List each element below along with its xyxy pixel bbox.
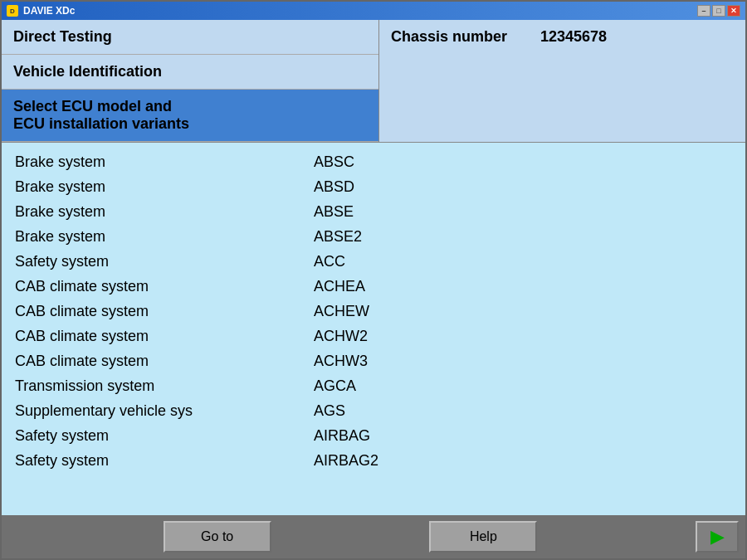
header-right: Chassis number 12345678 [379,20,745,142]
list-item[interactable]: Supplementary vehicle sysAGS [15,398,732,423]
minimize-button[interactable]: – [697,5,710,17]
vehicle-identification-label: Vehicle Identification [2,55,378,90]
list-item-code: AGCA [314,377,732,395]
list-item-system: CAB climate system [15,353,314,370]
list-item[interactable]: CAB climate systemACHEA [15,274,732,299]
list-item-code: AIRBAG2 [314,452,732,470]
list-container: Brake systemABSCBrake systemABSDBrake sy… [2,143,745,515]
list-item-system: Brake system [15,178,314,196]
list-item-system: Brake system [15,153,314,171]
bottom-toolbar: Go to Help ▶ [2,515,745,558]
list-item-code: ACHEW [314,303,732,320]
list-item-code: ABSE2 [314,228,732,246]
maximize-button[interactable]: □ [712,5,725,17]
main-window: D DAVIE XDc – □ ✕ Direct Testing Vehicle… [0,0,747,560]
list-item-system: Brake system [15,228,314,246]
select-ecu-label[interactable]: Select ECU model and ECU installation va… [2,90,378,142]
list-item-code: ACHEA [314,278,732,295]
app-icon: D [7,5,18,17]
list-item-system: Safety system [15,427,314,445]
chassis-number-label: Chassis number [391,28,507,46]
list-item-code: ACHW2 [314,328,732,345]
chassis-number-value: 12345678 [540,28,607,46]
list-item[interactable]: CAB climate systemACHEW [15,299,732,324]
list-item[interactable]: Brake systemABSD [15,174,732,199]
list-item-system: CAB climate system [15,303,314,320]
list-item-system: CAB climate system [15,328,314,345]
header-section: Direct Testing Vehicle Identification Se… [2,20,745,143]
play-icon: ▶ [710,526,725,548]
close-button[interactable]: ✕ [727,5,740,17]
list-item-code: ABSC [314,153,732,171]
goto-button[interactable]: Go to [164,521,271,553]
list-item[interactable]: Safety systemACC [15,249,732,274]
list-item-system: Safety system [15,452,314,470]
title-bar-left: D DAVIE XDc [7,5,75,17]
list-item-system: CAB climate system [15,278,314,295]
list-item[interactable]: CAB climate systemACHW2 [15,324,732,348]
main-area: Brake systemABSCBrake systemABSDBrake sy… [2,143,745,515]
header-left: Direct Testing Vehicle Identification Se… [2,20,379,142]
list-item-code: ACC [314,253,732,270]
next-button[interactable]: ▶ [696,521,739,553]
help-button[interactable]: Help [429,521,537,553]
title-bar: D DAVIE XDc – □ ✕ [2,2,745,20]
list-item-code: ABSD [314,178,732,196]
list-item-code: ACHW3 [314,353,732,370]
list-item-system: Brake system [15,203,314,221]
title-controls: – □ ✕ [697,5,740,17]
list-item-system: Supplementary vehicle sys [15,402,314,420]
list-item[interactable]: Brake systemABSC [15,149,732,174]
list-item[interactable]: CAB climate systemACHW3 [15,348,732,373]
list-item-code: AGS [314,402,732,420]
list-item-system: Safety system [15,253,314,270]
list-item-system: Transmission system [15,377,314,395]
list-item-code: ABSE [314,203,732,221]
list-item[interactable]: Safety systemAIRBAG [15,423,732,448]
ecu-list[interactable]: Brake systemABSCBrake systemABSDBrake sy… [2,143,745,515]
window-title: DAVIE XDc [23,5,75,17]
direct-testing-label: Direct Testing [2,20,378,55]
list-item[interactable]: Brake systemABSE2 [15,224,732,249]
list-item[interactable]: Brake systemABSE [15,199,732,224]
list-item[interactable]: Transmission systemAGCA [15,373,732,398]
list-item[interactable]: Safety systemAIRBAG2 [15,448,732,473]
list-item-code: AIRBAG [314,427,732,445]
